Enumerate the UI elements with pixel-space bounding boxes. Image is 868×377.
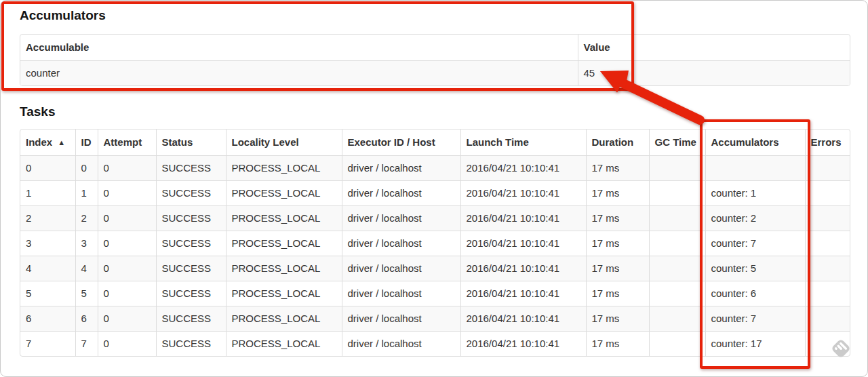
table-cell: SUCCESS — [156, 155, 226, 180]
table-cell: 17 ms — [586, 331, 649, 356]
table-cell: 17 ms — [586, 256, 649, 281]
accumulable-name-cell: counter — [20, 60, 578, 85]
table-cell: 2 — [20, 205, 75, 231]
table-cell: 1 — [75, 180, 98, 205]
table-cell — [649, 306, 705, 331]
table-cell: driver / localhost — [342, 231, 460, 256]
table-cell: 0 — [98, 256, 156, 281]
table-cell — [805, 205, 850, 231]
accumulators-header-row: Accumulable Value — [20, 35, 850, 60]
table-cell: SUCCESS — [156, 231, 226, 256]
table-cell: PROCESS_LOCAL — [226, 180, 342, 205]
table-cell: SUCCESS — [156, 281, 226, 306]
table-cell: 0 — [98, 231, 156, 256]
table-cell: PROCESS_LOCAL — [226, 256, 342, 281]
table-row: 000SUCCESSPROCESS_LOCALdriver / localhos… — [20, 155, 850, 180]
sort-ascending-icon: ▲ — [58, 138, 65, 146]
table-cell — [649, 331, 705, 356]
column-header-launch-time[interactable]: Launch Time — [460, 130, 586, 155]
table-cell: PROCESS_LOCAL — [226, 231, 342, 256]
table-row: counter 45 — [20, 60, 850, 85]
table-cell: driver / localhost — [342, 180, 460, 205]
table-cell: 17 ms — [586, 180, 649, 205]
table-cell: 0 — [98, 205, 156, 231]
table-row: 660SUCCESSPROCESS_LOCALdriver / localhos… — [20, 306, 850, 331]
table-cell: counter: 6 — [705, 281, 805, 306]
table-cell: 2 — [75, 205, 98, 231]
column-header-index[interactable]: Index▲ — [20, 130, 75, 155]
table-cell: 2016/04/21 10:10:41 — [460, 180, 586, 205]
table-cell: 2016/04/21 10:10:41 — [460, 231, 586, 256]
table-cell: 2016/04/21 10:10:41 — [460, 205, 586, 231]
table-cell — [805, 155, 850, 180]
table-cell: SUCCESS — [156, 331, 226, 356]
column-header-accumulable: Accumulable — [20, 35, 578, 60]
table-cell: driver / localhost — [342, 155, 460, 180]
table-cell: 0 — [98, 306, 156, 331]
table-cell — [649, 155, 705, 180]
table-cell: 0 — [75, 155, 98, 180]
table-cell — [649, 180, 705, 205]
table-cell — [649, 205, 705, 231]
table-cell: SUCCESS — [156, 180, 226, 205]
table-cell: 2016/04/21 10:10:41 — [460, 256, 586, 281]
table-cell: 0 — [98, 180, 156, 205]
column-header-duration[interactable]: Duration — [586, 130, 649, 155]
table-cell: 2016/04/21 10:10:41 — [460, 281, 586, 306]
table-cell: 17 ms — [586, 306, 649, 331]
column-header-locality-level[interactable]: Locality Level — [226, 130, 342, 155]
column-header-id[interactable]: ID — [75, 130, 98, 155]
table-cell — [705, 155, 805, 180]
table-cell: driver / localhost — [342, 205, 460, 231]
table-cell: PROCESS_LOCAL — [226, 331, 342, 356]
table-cell — [805, 331, 850, 356]
table-cell: 17 ms — [586, 205, 649, 231]
table-cell: 1 — [20, 180, 75, 205]
table-cell: SUCCESS — [156, 256, 226, 281]
table-cell — [805, 306, 850, 331]
table-cell — [805, 180, 850, 205]
table-cell: driver / localhost — [342, 331, 460, 356]
accumulators-section-title: Accumulators — [20, 1, 867, 23]
table-cell — [649, 256, 705, 281]
accumulators-table: Accumulable Value counter 45 — [20, 34, 850, 86]
column-header-status[interactable]: Status — [156, 130, 226, 155]
table-cell: 2016/04/21 10:10:41 — [460, 306, 586, 331]
table-cell: 7 — [75, 331, 98, 356]
table-cell: 0 — [98, 155, 156, 180]
table-row: 330SUCCESSPROCESS_LOCALdriver / localhos… — [20, 231, 850, 256]
table-row: 550SUCCESSPROCESS_LOCALdriver / localhos… — [20, 281, 850, 306]
column-header-errors[interactable]: Errors — [805, 130, 850, 155]
table-cell: PROCESS_LOCAL — [226, 306, 342, 331]
table-cell — [805, 231, 850, 256]
column-header-gc-time[interactable]: GC Time — [649, 130, 705, 155]
table-cell: 6 — [20, 306, 75, 331]
tasks-section-title: Tasks — [20, 104, 867, 119]
table-cell: driver / localhost — [342, 281, 460, 306]
table-cell: 4 — [20, 256, 75, 281]
table-cell: counter: 5 — [705, 256, 805, 281]
accumulable-value-cell: 45 — [578, 60, 850, 85]
table-cell: PROCESS_LOCAL — [226, 155, 342, 180]
table-cell — [805, 256, 850, 281]
table-cell: counter: 7 — [705, 231, 805, 256]
column-header-accumulators[interactable]: Accumulators — [705, 130, 805, 155]
table-cell: SUCCESS — [156, 205, 226, 231]
column-header-label: Index — [26, 136, 52, 148]
table-cell: driver / localhost — [342, 256, 460, 281]
table-cell: 7 — [20, 331, 75, 356]
table-cell: SUCCESS — [156, 306, 226, 331]
column-header-executor-id-host[interactable]: Executor ID / Host — [342, 130, 460, 155]
table-cell — [805, 281, 850, 306]
table-cell: PROCESS_LOCAL — [226, 281, 342, 306]
table-row: 220SUCCESSPROCESS_LOCALdriver / localhos… — [20, 205, 850, 231]
tasks-header-row: Index▲ ID Attempt Status Locality Level … — [20, 130, 850, 155]
table-cell: counter: 1 — [705, 180, 805, 205]
table-cell: 5 — [75, 281, 98, 306]
column-header-attempt[interactable]: Attempt — [98, 130, 156, 155]
table-cell: 2016/04/21 10:10:41 — [460, 155, 586, 180]
spark-ui-page: Accumulators Accumulable Value counter 4… — [0, 0, 868, 377]
tasks-table: Index▲ ID Attempt Status Locality Level … — [20, 129, 850, 357]
table-cell: 0 — [98, 331, 156, 356]
table-cell: driver / localhost — [342, 306, 460, 331]
